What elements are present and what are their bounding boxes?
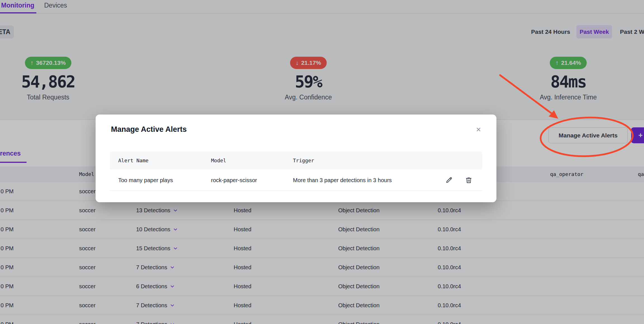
- alert-model: rock-paper-scissor: [211, 170, 257, 191]
- alerts-table-header: Alert Name Model Trigger: [110, 152, 482, 170]
- alert-trigger: More than 3 paper detections in 3 hours: [293, 170, 392, 191]
- alert-name: Too many paper plays: [118, 170, 173, 191]
- column-header-alert-name: Alert Name: [118, 152, 148, 170]
- edit-alert-button[interactable]: [444, 175, 455, 186]
- pencil-icon: [446, 177, 453, 184]
- trash-icon: [465, 177, 472, 184]
- close-icon[interactable]: ✕: [473, 125, 484, 135]
- modal-title: Manage Active Alerts: [111, 125, 187, 134]
- column-header-trigger: Trigger: [293, 152, 314, 170]
- column-header-model: Model: [211, 152, 226, 170]
- monitoring-dashboard: Monitoring Devices ETA Past 24 Hours Pas…: [0, 0, 644, 324]
- delete-alert-button[interactable]: [463, 175, 474, 186]
- manage-active-alerts-modal: Manage Active Alerts ✕ Alert Name Model …: [96, 115, 496, 202]
- alert-row: Too many paper plays rock-paper-scissor …: [110, 170, 482, 191]
